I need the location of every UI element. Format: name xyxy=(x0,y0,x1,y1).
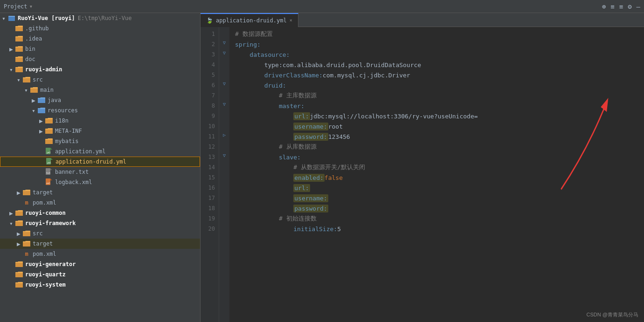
tree-expand-arrow[interactable]: ▶ xyxy=(15,240,22,247)
tree-expand-arrow[interactable]: ▶ xyxy=(7,46,15,53)
svg-marker-8 xyxy=(51,158,53,160)
code-highlighted-key: username: xyxy=(293,194,328,202)
gutter-icon xyxy=(219,89,229,99)
sidebar-item-ruoyi-framework[interactable]: ▾ruoyi-framework xyxy=(0,218,200,228)
gutter-icon[interactable]: ▽ xyxy=(219,99,229,109)
line-number: 19 xyxy=(201,213,219,224)
sidebar-item-meta-inf[interactable]: ▶META-INF xyxy=(0,126,200,136)
code-area[interactable]: # 数据源配置spring: datasource: type: com.ali… xyxy=(229,27,644,322)
editor-tab[interactable]: 🍃 application-druid.yml × xyxy=(201,13,298,27)
tab-label: application-druid.yml xyxy=(216,17,287,24)
sidebar-item-doc[interactable]: doc xyxy=(0,54,200,64)
gutter-icon[interactable]: ▽ xyxy=(219,37,229,48)
tree-expand-arrow[interactable]: ▶ xyxy=(15,230,22,237)
code-indent xyxy=(235,144,279,151)
sidebar-item-application-druid-yml[interactable]: ymlapplication-druid.yml xyxy=(0,157,200,167)
sidebar-item-github[interactable]: .github xyxy=(0,23,200,34)
sidebar-item-mybatis[interactable]: mybatis xyxy=(0,136,200,146)
sidebar-item-src-fw[interactable]: ▶src xyxy=(0,228,200,239)
sidebar-item-pom-fw[interactable]: mpom.xml xyxy=(0,249,200,259)
tree-expand-arrow[interactable]: ▾ xyxy=(7,220,15,227)
sidebar-item-i18n[interactable]: ▶i18n xyxy=(0,116,200,126)
sidebar-item-ruoyi-vue[interactable]: ▾RuoYi-Vue [ruoyi]E:\tmp\RuoYi-Vue xyxy=(0,13,200,23)
sidebar-item-ruoyi-admin[interactable]: ▾ruoyi-admin xyxy=(0,64,200,75)
sidebar-item-main[interactable]: ▾main xyxy=(0,85,200,95)
sidebar-item-idea[interactable]: .idea xyxy=(0,34,200,44)
tree-item-label: target xyxy=(33,189,53,196)
sidebar-item-ruoyi-generator[interactable]: ruoyi-generator xyxy=(0,259,200,269)
code-value: 123456 xyxy=(328,133,350,140)
tree-item-label: pom.xml xyxy=(33,199,56,206)
main-layout: ▾RuoYi-Vue [ruoyi]E:\tmp\RuoYi-Vue.githu… xyxy=(0,13,644,322)
code-indent xyxy=(235,164,293,171)
gutter-icon[interactable]: ▷ xyxy=(219,130,229,140)
filter-icon[interactable]: ≡ xyxy=(619,3,623,10)
line-number: 6 xyxy=(201,80,219,90)
minimize-icon[interactable]: — xyxy=(637,3,640,10)
gutter-icon[interactable]: ▽ xyxy=(219,150,229,160)
tree-item-label: .github xyxy=(25,25,49,32)
tree-expand-arrow[interactable]: ▶ xyxy=(15,189,22,196)
sort-icon[interactable]: ≡ xyxy=(610,3,614,10)
line-number: 2 xyxy=(201,39,219,49)
tree-item-label: ruoyi-common xyxy=(25,210,66,216)
sidebar-item-src-admin[interactable]: ▾src xyxy=(0,75,200,85)
sidebar-item-ruoyi-common[interactable]: ▶ruoyi-common xyxy=(0,208,200,218)
tree-expand-arrow[interactable]: ▾ xyxy=(22,87,30,94)
tree-expand-arrow[interactable]: ▾ xyxy=(30,107,37,114)
code-line: # 初始连接数 xyxy=(235,213,644,224)
tree-expand-arrow[interactable]: ▶ xyxy=(7,210,15,217)
sidebar-item-target-admin[interactable]: ▶target xyxy=(0,187,200,198)
sidebar-item-bin[interactable]: ▶bin xyxy=(0,44,200,54)
gutter-icon[interactable]: ▽ xyxy=(219,48,229,58)
tree-item-label: RuoYi-Vue [ruoyi] xyxy=(18,15,75,21)
tree-expand-arrow[interactable]: ▶ xyxy=(37,117,45,124)
line-number: 16 xyxy=(201,183,219,193)
xml-file-icon: xml xyxy=(45,178,53,186)
gutter-icon xyxy=(219,222,229,232)
code-key: master: xyxy=(279,103,305,110)
tree-expand-arrow[interactable]: ▶ xyxy=(30,97,37,104)
maven-file-icon: m xyxy=(22,199,31,207)
line-number: 13 xyxy=(201,152,219,162)
title-bar-icons: ⊕ ≡ ≡ ⚙ — xyxy=(602,3,640,10)
code-highlighted-key: username: xyxy=(293,123,328,130)
gutter-icon[interactable]: ▽ xyxy=(219,78,229,89)
sidebar-item-logback-xml[interactable]: xmllogback.xml xyxy=(0,177,200,187)
tree-item-label: main xyxy=(40,87,54,93)
tree-item-label: ruoyi-system xyxy=(25,281,66,288)
code-line: # 从库数据源 xyxy=(235,142,644,152)
code-key: druid: xyxy=(264,82,286,89)
code-indent xyxy=(235,185,293,192)
sidebar-item-ruoyi-system[interactable]: ruoyi-system xyxy=(0,280,200,290)
settings-icon[interactable]: ⚙ xyxy=(628,3,631,10)
sidebar-item-application-yml[interactable]: ymlapplication.yml xyxy=(0,146,200,157)
sidebar-item-banner-txt[interactable]: txtbanner.txt xyxy=(0,167,200,177)
yaml-file-icon: yml xyxy=(45,158,54,166)
gutter-icon xyxy=(219,160,229,171)
code-highlighted-key: url: xyxy=(293,112,310,120)
tree-expand-arrow[interactable]: ▾ xyxy=(15,76,22,83)
sidebar-item-target-fw[interactable]: ▶target xyxy=(0,239,200,249)
project-label: Project xyxy=(4,3,28,10)
tab-close-button[interactable]: × xyxy=(290,18,292,23)
code-comment: # 初始连接数 xyxy=(279,214,317,223)
line-number: 5 xyxy=(201,70,219,80)
tree-expand-arrow[interactable]: ▾ xyxy=(7,66,15,73)
dropdown-arrow[interactable]: ▾ xyxy=(29,3,33,10)
sidebar-item-pom-admin[interactable]: mpom.xml xyxy=(0,198,200,208)
project-tree[interactable]: ▾RuoYi-Vue [ruoyi]E:\tmp\RuoYi-Vue.githu… xyxy=(0,13,201,322)
sidebar-item-resources[interactable]: ▾resources xyxy=(0,105,200,116)
tree-expand-arrow[interactable]: ▾ xyxy=(0,15,7,22)
tree-expand-arrow[interactable]: ▶ xyxy=(37,128,45,135)
code-comment: # 数据源配置 xyxy=(235,30,273,38)
sidebar-item-java[interactable]: ▶java xyxy=(0,95,200,105)
add-icon[interactable]: ⊕ xyxy=(602,3,606,10)
code-indent xyxy=(235,103,279,110)
tree-item-label: .idea xyxy=(25,35,42,42)
code-key: slave: xyxy=(279,154,301,161)
sidebar-item-ruoyi-quartz[interactable]: ruoyi-quartz xyxy=(0,269,200,280)
line-number: 7 xyxy=(201,90,219,101)
code-comment: # 从库数据源 xyxy=(279,143,317,151)
gutter-icon xyxy=(219,68,229,78)
